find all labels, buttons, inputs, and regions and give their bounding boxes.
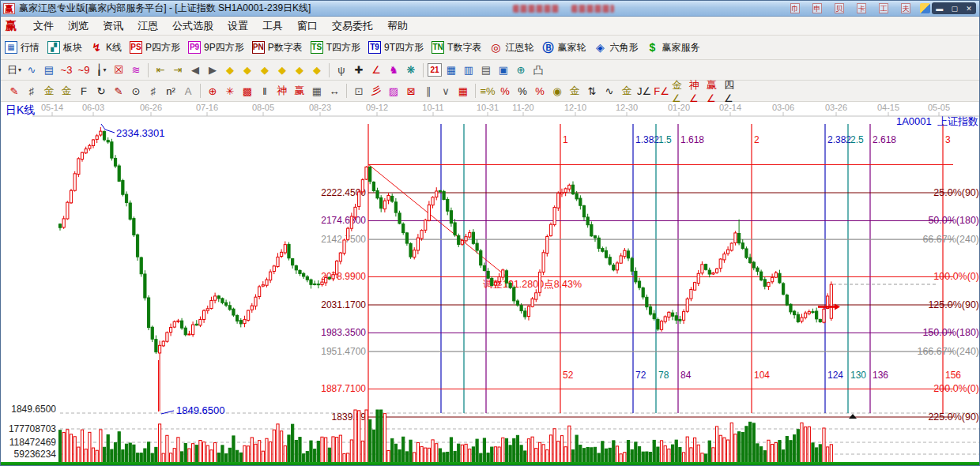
menu-window[interactable]: 窗口 [290, 17, 325, 35]
updown-tool[interactable]: ⇅ [584, 83, 600, 99]
wave9-button[interactable]: ~9 [76, 62, 92, 78]
circle-cross-tool[interactable]: ⊕ [205, 83, 220, 99]
zoom-in-button[interactable]: ◆ [292, 62, 307, 78]
9t-square-button[interactable]: T99T四方形 [368, 41, 424, 54]
expand-right-button[interactable]: ◆ [239, 62, 255, 78]
menu-browse[interactable]: 浏览 [61, 17, 96, 35]
titlebar-quick-icon-4[interactable]: 卡 [857, 3, 866, 13]
angle-measure-button[interactable]: ∠ [368, 62, 384, 78]
spider-web-tool[interactable]: ✳ [222, 83, 238, 99]
bar-pair-tool[interactable]: ‖ [257, 83, 273, 99]
calculator-button[interactable]: ▦ [443, 62, 459, 78]
angle-f-tool[interactable]: F∠ [654, 83, 669, 99]
parallel-tool[interactable]: ∥ [420, 83, 436, 99]
calendar-button[interactable]: 21 [428, 63, 442, 77]
kline-button[interactable]: ↯K线 [90, 41, 122, 54]
chart-canvas[interactable]: 05-1406-0306-2607-1608-0508-2309-1210-11… [1, 102, 980, 462]
expand-both-button[interactable]: ◆ [257, 62, 273, 78]
compress-button[interactable]: ◆ [274, 62, 290, 78]
winner-service-button[interactable]: $赢家服务 [646, 41, 699, 54]
menu-formula-picker[interactable]: 公式选股 [165, 17, 220, 35]
menu-trade[interactable]: 交易委托 [325, 17, 380, 35]
square-web-tool[interactable]: ▩ [239, 83, 255, 99]
t-square-button[interactable]: TST四方形 [311, 41, 360, 54]
pencil-tool[interactable]: ✎ [6, 83, 22, 99]
gold-ratio-tool-2[interactable]: 金 [58, 83, 74, 99]
winner-wheel-button[interactable]: Ⓑ赢家轮 [541, 41, 586, 54]
spiral-tool[interactable]: ↻ [93, 83, 109, 99]
titlebar-quick-icon-2[interactable]: 申 [812, 3, 822, 13]
hand-tool-button[interactable]: ψ [334, 62, 349, 78]
candle-type-dropdown[interactable]: ╽▾ [93, 62, 109, 78]
sectors-button[interactable]: ▞板块 [47, 41, 82, 54]
menu-gann[interactable]: 江恩 [130, 17, 165, 35]
titlebar-color-icon[interactable] [920, 3, 930, 13]
go-first-button[interactable]: ⇤ [153, 62, 168, 78]
fan-lines-tool[interactable]: 彡 [368, 83, 384, 99]
angle-gold-tool[interactable]: 金∠ [671, 83, 687, 99]
angle-shen-tool[interactable]: 神∠ [688, 83, 704, 99]
hexagon-button[interactable]: ◈六角形 [594, 41, 638, 54]
titlebar-quick-icon-1[interactable]: 巾 [790, 3, 800, 13]
stock-note-button[interactable]: ▤ [41, 62, 57, 78]
titlebar-quick-icon-6[interactable]: 夫 [901, 3, 910, 13]
hash2-tool[interactable]: ♯ [145, 83, 161, 99]
notes-button[interactable]: ▤ [478, 62, 494, 78]
menu-help[interactable]: 帮助 [380, 17, 415, 35]
data-table-button[interactable]: ▥ [461, 62, 477, 78]
window-close-button[interactable]: ✕ [966, 5, 972, 13]
chart-area[interactable]: 05-1406-0306-2607-1608-0508-2309-1210-11… [1, 102, 980, 462]
go-last-button[interactable]: ⇥ [170, 62, 186, 78]
title-bar[interactable]: 赢 赢家江恩专业版[赢家内部服务平台] - [上证指数 SH1A0001-239… [1, 1, 980, 17]
p-square-button[interactable]: PSP四方形 [130, 41, 180, 54]
save-button[interactable]: ▣ [496, 62, 511, 78]
menu-file[interactable]: 文件 [26, 17, 61, 35]
prev-bar-button[interactable]: ◀ [187, 62, 203, 78]
cycle-circle-tool[interactable]: ⊙ [128, 83, 144, 99]
gold-circle-tool[interactable]: ◉ [549, 83, 565, 99]
expand-left-button[interactable]: ◆ [222, 62, 238, 78]
grid-123-tool[interactable]: ▦ [309, 83, 325, 99]
ying-tool[interactable]: 赢 [292, 83, 307, 99]
bottom-scrollbar[interactable] [1, 462, 980, 466]
red-grid-tool[interactable]: ▦ [455, 83, 471, 99]
quotes-button[interactable]: ▦行情 [5, 41, 40, 54]
kline-period-dropdown[interactable]: 日▾ [6, 62, 22, 78]
titlebar-quick-icon-5[interactable]: 工 [879, 3, 888, 13]
erase-drawing-button[interactable]: ☒ [111, 62, 126, 78]
mirror-a-tool[interactable]: A [180, 83, 196, 99]
analysis-brain-button[interactable]: ❋ [403, 62, 419, 78]
angle-j-tool[interactable]: J∠ [636, 83, 652, 99]
gold2-tool[interactable]: 金 [619, 83, 635, 99]
color-volume-button[interactable]: ≋ [128, 62, 144, 78]
angle-ying-tool[interactable]: 赢∠ [706, 83, 722, 99]
n-square-tool[interactable]: n² [163, 83, 179, 99]
box-x-tool[interactable]: ⊠ [403, 83, 419, 99]
overlay-line-button[interactable]: ∿ [24, 62, 40, 78]
angle-four-tool[interactable]: 四∠ [723, 83, 739, 99]
menu-news[interactable]: 资讯 [96, 17, 130, 35]
box-select-tool[interactable]: ⊡ [351, 83, 367, 99]
window-minimize-button[interactable]: ▬ [936, 5, 943, 13]
width-measure-tool[interactable]: ↔ [326, 83, 342, 99]
9p-square-button[interactable]: P99P四方形 [188, 41, 244, 54]
next-bar-button[interactable]: ▶ [205, 62, 220, 78]
menu-settings[interactable]: 设置 [220, 17, 255, 35]
gann-shape-button[interactable]: ♞ [386, 62, 401, 78]
titlebar-quick-icon-3[interactable]: 贝 [835, 3, 844, 13]
crosshair-button[interactable]: ✚ [351, 62, 367, 78]
zoom-out-button[interactable]: ◆ [309, 62, 325, 78]
pct-strike-tool[interactable]: % [497, 83, 513, 99]
wave3-button[interactable]: ~3 [58, 62, 74, 78]
p-number-table-button[interactable]: PNP数字表 [252, 41, 303, 54]
print-button[interactable]: 凸 [530, 62, 546, 78]
pencil2-tool[interactable]: ✎ [111, 83, 126, 99]
hash-lines-tool[interactable]: ♯ [24, 83, 40, 99]
t-number-table-button[interactable]: TNT数字表 [432, 41, 481, 54]
shen-tool[interactable]: 神 [274, 83, 290, 99]
fibonacci-tool[interactable]: F [76, 83, 92, 99]
web-button[interactable]: ⊕ [513, 62, 529, 78]
vee-tool[interactable]: ∨ [438, 83, 454, 99]
fan-box-tool[interactable]: ▨ [386, 83, 401, 99]
gold-line-tool[interactable]: 金 [567, 83, 582, 99]
